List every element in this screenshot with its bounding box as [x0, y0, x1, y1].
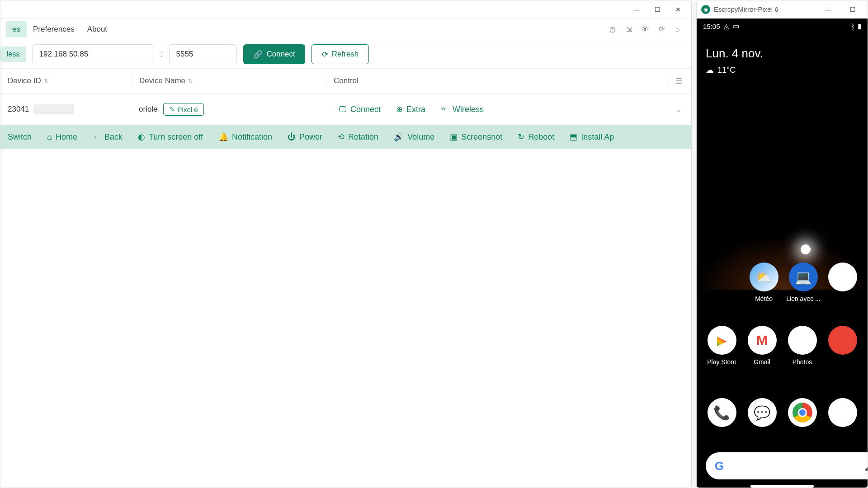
- action-switch[interactable]: Switch: [8, 132, 32, 142]
- location-icon: ◬: [724, 22, 729, 30]
- reboot-icon: ↻: [518, 132, 524, 142]
- gesture-nav-pill[interactable]: [750, 485, 814, 488]
- app-partial-2[interactable]: [825, 326, 860, 366]
- mirror-maximize-button[interactable]: ☐: [842, 2, 863, 17]
- weather-app-icon: ⛅: [750, 263, 778, 291]
- tab-about[interactable]: About: [81, 21, 113, 38]
- ip-input[interactable]: [32, 44, 154, 64]
- phone-app-icon: 📞: [708, 398, 736, 427]
- action-install-app[interactable]: ⬒Install Ap: [570, 132, 614, 142]
- wifi-icon: ᯤ: [441, 105, 449, 114]
- action-home[interactable]: ⌂Home: [47, 132, 77, 142]
- dock-partial[interactable]: [825, 398, 860, 427]
- dock-partial-icon: [828, 398, 857, 427]
- refresh-icon: ⟳: [322, 50, 328, 59]
- action-back[interactable]: ←Back: [93, 132, 123, 142]
- action-reboot[interactable]: ↻Reboot: [518, 132, 554, 142]
- phone-status-bar: 15:05 ◬ ▭ ᛒ ▮: [697, 19, 868, 34]
- refresh-label: Refresh: [332, 50, 359, 59]
- bluetooth-icon: ᛒ: [851, 23, 855, 30]
- cloud-icon: ☁: [706, 65, 714, 75]
- action-rotation[interactable]: ⟲Rotation: [338, 132, 378, 142]
- camera-icon: ▣: [450, 132, 458, 142]
- plus-circle-icon: ⊕: [396, 104, 403, 114]
- dock-chrome[interactable]: [784, 398, 820, 427]
- app-photos[interactable]: ✿ Photos: [784, 326, 820, 366]
- export-icon[interactable]: ⇲: [621, 21, 637, 38]
- phone-screen[interactable]: 15:05 ◬ ▭ ᛒ ▮ Lun. 4 nov. ☁ 11°C ⛅ Météo…: [697, 19, 868, 488]
- action-volume[interactable]: 🔊Volume: [394, 132, 434, 142]
- reload-icon[interactable]: ⟳: [653, 21, 670, 38]
- col-id-label: Device ID: [8, 76, 41, 85]
- action-bar: Switch ⌂Home ←Back ◐Turn screen off 🔔Not…: [0, 125, 691, 149]
- app-partial[interactable]: [826, 263, 860, 302]
- maximize-button[interactable]: ☐: [647, 2, 668, 17]
- sort-icon: ⇅: [44, 78, 48, 84]
- google-logo-icon: G: [715, 459, 724, 473]
- weather-widget[interactable]: Lun. 4 nov. ☁ 11°C: [697, 34, 868, 75]
- status-time: 15:05: [703, 23, 720, 30]
- close-button[interactable]: ✕: [668, 2, 689, 17]
- app-gmail[interactable]: M Gmail: [744, 326, 780, 366]
- mic-icon[interactable]: 🎤: [864, 460, 868, 472]
- tab-devices[interactable]: es: [6, 21, 27, 38]
- mirror-window: ◉ EscrcpyMirror-Pixel 6 — ☐ 15:05 ◬ ▭ ᛒ …: [696, 0, 868, 488]
- app-icon: ◉: [701, 5, 710, 14]
- search-icon[interactable]: ⌕: [670, 21, 686, 38]
- monitor-icon: 🖵: [339, 105, 347, 114]
- action-notification[interactable]: 🔔Notification: [218, 132, 272, 142]
- tab-preferences[interactable]: Preferences: [27, 21, 81, 38]
- ip-port-separator: :: [160, 50, 163, 59]
- app-row-2: ▶ Play Store M Gmail ✿ Photos: [697, 326, 868, 366]
- cell-control: 🖵 Connect ⊕ Extra ᯤ Wireless: [326, 104, 666, 114]
- wireless-chip[interactable]: less: [0, 47, 26, 62]
- action-screenshot[interactable]: ▣Screenshot: [450, 132, 502, 142]
- google-search-bar[interactable]: G 🎤: [706, 452, 868, 479]
- connect-label: Connect: [266, 50, 295, 59]
- mirror-minimize-button[interactable]: —: [818, 2, 839, 17]
- row-wireless-button[interactable]: ᯤ Wireless: [441, 105, 484, 114]
- weather-temp: ☁ 11°C: [706, 65, 859, 75]
- col-device-name[interactable]: Device Name ⇅: [132, 76, 326, 85]
- install-icon: ⬒: [570, 132, 577, 142]
- chrome-icon: [788, 398, 817, 427]
- dock-phone[interactable]: 📞: [704, 398, 740, 427]
- col-device-id[interactable]: Device ID ⇅: [0, 76, 132, 85]
- table-settings-icon[interactable]: ☰: [666, 76, 691, 86]
- eye-off-icon: ◐: [138, 132, 145, 142]
- action-screen-off[interactable]: ◐Turn screen off: [138, 132, 203, 142]
- col-control: Control: [326, 76, 666, 85]
- app-meteo[interactable]: ⛅ Météo: [746, 263, 781, 302]
- signal-icon: ▮: [858, 22, 861, 30]
- row-connect-button[interactable]: 🖵 Connect: [339, 105, 381, 114]
- messages-icon: 💬: [748, 398, 777, 427]
- star-decoration: [801, 244, 811, 254]
- phone-dock: 📞 💬: [697, 398, 868, 427]
- mirror-title: EscrcpyMirror-Pixel 6: [714, 5, 814, 13]
- minimize-button[interactable]: —: [626, 2, 647, 17]
- partial-icon-2: [828, 326, 857, 355]
- bell-icon: 🔔: [218, 132, 228, 142]
- app-playstore[interactable]: ▶ Play Store: [704, 326, 740, 366]
- main-titlebar: — ☐ ✕: [0, 0, 691, 19]
- history-icon[interactable]: ◷: [604, 21, 621, 38]
- refresh-button[interactable]: ⟳ Refresh: [311, 44, 369, 64]
- col-control-label: Control: [334, 76, 359, 85]
- back-icon: ←: [93, 132, 101, 142]
- visibility-icon[interactable]: 👁: [637, 21, 653, 38]
- action-power[interactable]: ⏻Power: [288, 132, 322, 142]
- row-expand-button[interactable]: ⌄: [666, 105, 691, 114]
- device-id-value: 23041: [8, 105, 29, 114]
- sort-icon: ⇅: [188, 78, 193, 84]
- dock-messages[interactable]: 💬: [744, 398, 780, 427]
- app-link[interactable]: 💻 Lien avec ...: [786, 263, 821, 302]
- menubar: es Preferences About ◷ ⇲ 👁 ⟳ ⌕: [0, 19, 691, 40]
- playstore-icon: ▶: [708, 326, 736, 355]
- connect-button[interactable]: 🔗 Connect: [243, 44, 305, 64]
- cast-icon: ▭: [733, 22, 739, 30]
- power-icon: ⏻: [288, 132, 296, 142]
- row-extra-button[interactable]: ⊕ Extra: [396, 104, 425, 114]
- device-tag[interactable]: ✎ Pixel 6: [163, 103, 204, 116]
- app-row-1: ⛅ Météo 💻 Lien avec ...: [697, 263, 868, 302]
- port-input[interactable]: [169, 44, 237, 64]
